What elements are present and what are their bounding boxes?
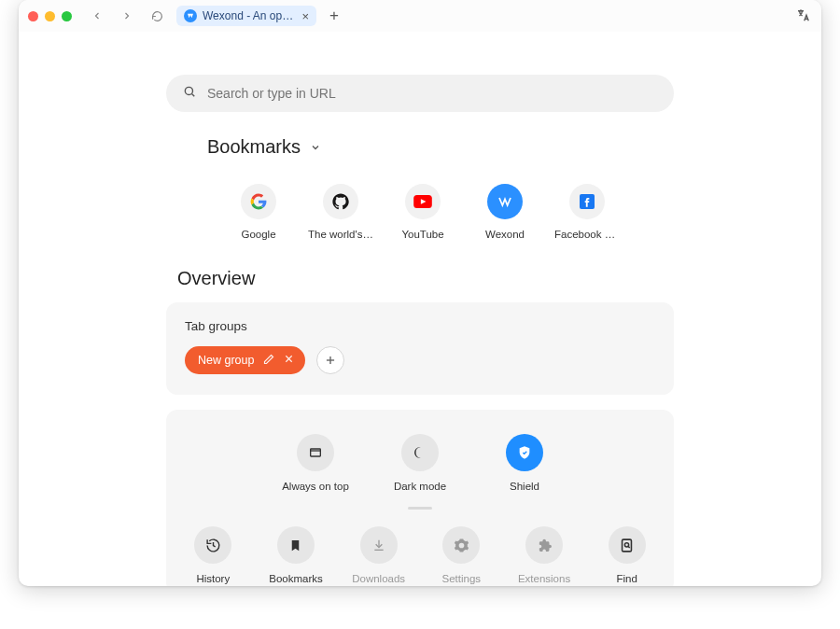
svg-line-1 <box>192 94 195 97</box>
bookmark-wexond[interactable]: Wexond <box>472 184 538 240</box>
bookmark-facebook[interactable]: Facebook – zal… <box>554 184 620 240</box>
tab-groups-title: Tab groups <box>185 319 655 333</box>
github-icon <box>323 184 358 219</box>
toggle-label: Shield <box>510 481 539 492</box>
bookmark-label: The world's lead… <box>308 229 373 240</box>
window-controls <box>28 11 72 21</box>
toggle-shield[interactable]: Shield <box>491 434 558 492</box>
bookmark-label: Google <box>226 229 291 240</box>
action-bookmarks[interactable]: Bookmarks <box>268 526 325 584</box>
action-label: Extensions <box>518 573 570 584</box>
bookmark-youtube[interactable]: YouTube <box>390 184 455 240</box>
tab-title: Wexond - An open-… <box>203 9 296 22</box>
back-button[interactable] <box>87 6 107 26</box>
tab-groups-row: New group <box>185 346 655 374</box>
toggle-always-on-top[interactable]: Always on top <box>282 434 349 492</box>
titlebar: Wexond - An open-… × + <box>19 0 821 32</box>
close-window-button[interactable] <box>28 11 38 21</box>
svg-rect-9 <box>311 449 321 456</box>
svg-rect-13 <box>623 539 632 552</box>
action-downloads[interactable]: Downloads <box>350 526 407 584</box>
bookmark-label: Wexond <box>472 229 538 240</box>
overview-heading: Overview <box>166 268 674 289</box>
history-icon <box>194 526 231 564</box>
action-label: Settings <box>442 573 482 584</box>
google-icon <box>241 184 276 219</box>
browser-window: Wexond - An open-… × + Bookmarks <box>19 0 821 586</box>
action-history[interactable]: History <box>185 526 242 584</box>
search-input[interactable] <box>207 86 657 101</box>
tab-group-name: New group <box>198 354 254 367</box>
bookmarks-row: Google The world's lead… YouTube <box>166 184 674 240</box>
svg-line-15 <box>628 546 630 548</box>
moon-icon <box>401 434 439 471</box>
translate-icon[interactable] <box>795 7 812 24</box>
wexond-favicon-icon <box>184 9 197 22</box>
svg-point-0 <box>185 87 192 94</box>
bookmark-google[interactable]: Google <box>226 184 291 240</box>
toggle-dark-mode[interactable]: Dark mode <box>386 434 454 492</box>
puzzle-icon <box>525 526 563 564</box>
action-label: Find <box>616 573 637 584</box>
quick-toggles-row: Always on top Dark mode Shield <box>185 434 655 492</box>
new-tab-button[interactable]: + <box>326 7 343 25</box>
new-tab-content: Bookmarks Google The world's lea <box>19 32 821 586</box>
maximize-window-button[interactable] <box>62 11 72 21</box>
download-icon <box>360 526 398 564</box>
wexond-icon <box>487 184 523 219</box>
action-extensions[interactable]: Extensions <box>516 526 573 584</box>
action-find[interactable]: Find <box>598 526 655 584</box>
edit-icon[interactable] <box>263 354 274 368</box>
minimize-window-button[interactable] <box>45 11 55 21</box>
quick-actions-row: History Bookmarks Downloads <box>185 526 655 584</box>
toggle-label: Dark mode <box>394 481 446 492</box>
reload-button[interactable] <box>147 6 167 26</box>
bookmarks-heading-label: Bookmarks <box>207 136 301 158</box>
gear-icon <box>442 526 480 564</box>
quick-panel: Always on top Dark mode Shield <box>166 410 674 586</box>
drag-handle[interactable] <box>408 507 432 510</box>
search-icon <box>183 85 196 102</box>
action-settings[interactable]: Settings <box>433 526 490 584</box>
chevron-down-icon <box>310 136 321 158</box>
tab-close-button[interactable]: × <box>301 10 309 22</box>
forward-button[interactable] <box>117 6 137 26</box>
bookmark-label: Facebook – zal… <box>554 229 620 240</box>
add-group-button[interactable] <box>316 346 344 374</box>
facebook-icon <box>569 184 605 219</box>
find-icon <box>609 526 646 564</box>
toggle-label: Always on top <box>282 481 349 492</box>
tab-active[interactable]: Wexond - An open-… × <box>176 6 316 26</box>
tab-groups-card: Tab groups New group <box>166 302 674 395</box>
close-icon[interactable] <box>284 354 294 367</box>
search-bar[interactable] <box>166 75 674 112</box>
action-label: Downloads <box>352 573 405 584</box>
bookmark-label: YouTube <box>390 229 455 240</box>
bookmark-icon <box>277 526 315 564</box>
bookmarks-heading[interactable]: Bookmarks <box>166 136 674 158</box>
action-label: History <box>196 573 230 584</box>
tab-group-pill[interactable]: New group <box>185 346 305 374</box>
shield-icon <box>506 434 543 471</box>
window-icon <box>297 434 334 471</box>
youtube-icon <box>405 184 441 219</box>
action-label: Bookmarks <box>269 573 323 584</box>
bookmark-github[interactable]: The world's lead… <box>308 184 373 240</box>
